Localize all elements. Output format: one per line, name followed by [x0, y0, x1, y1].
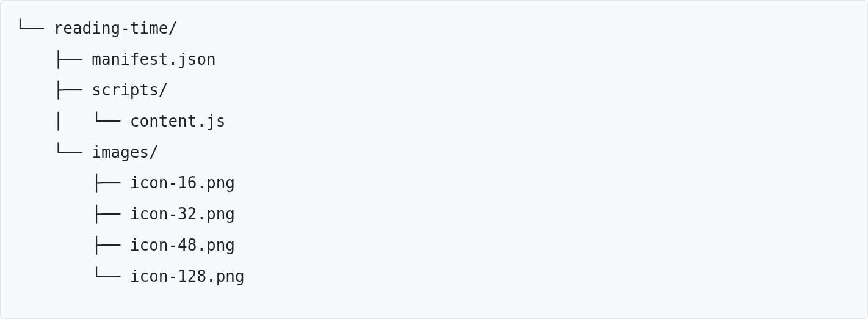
tree-line: ├── icon-48.png	[15, 230, 853, 261]
tree-line: └── reading-time/	[15, 13, 853, 44]
directory-tree: └── reading-time/ ├── manifest.json ├── …	[0, 0, 868, 319]
tree-line: ├── scripts/	[15, 75, 853, 106]
tree-line: ├── icon-16.png	[15, 167, 853, 199]
tree-line: ├── manifest.json	[15, 44, 853, 75]
tree-line: │ └── content.js	[15, 106, 853, 137]
tree-line: ├── icon-32.png	[15, 199, 853, 230]
tree-line: └── icon-128.png	[15, 261, 853, 292]
tree-line: └── images/	[15, 137, 853, 168]
